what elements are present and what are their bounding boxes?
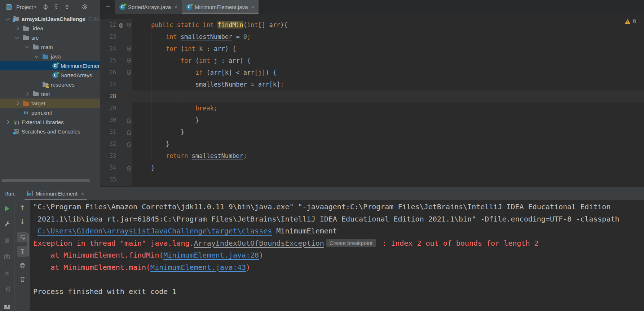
- chevron-down-icon[interactable]: [14, 37, 20, 39]
- code-text[interactable]: [132, 91, 136, 102]
- code-line-34[interactable]: 34 }: [100, 162, 644, 174]
- chevron-down-icon[interactable]: [34, 56, 40, 57]
- code-text[interactable]: int smallestNumber = 0;: [132, 31, 251, 43]
- gutter[interactable]: 25: [100, 55, 132, 67]
- gutter[interactable]: 24: [100, 43, 132, 55]
- gutter[interactable]: 28: [100, 91, 132, 102]
- code-line-23[interactable]: 23 int smallestNumber = 0;: [100, 31, 644, 43]
- down-button[interactable]: ↓: [17, 216, 28, 227]
- project-panel-title[interactable]: Project: [16, 4, 33, 10]
- locate-icon[interactable]: [41, 3, 50, 11]
- code-text[interactable]: return smallestNumber;: [132, 150, 247, 162]
- code-line-32[interactable]: 32 }: [100, 138, 644, 150]
- scrolltoend-button[interactable]: [17, 246, 28, 257]
- code-line-31[interactable]: 31 }: [100, 126, 644, 138]
- code-line-28[interactable]: 28: [100, 91, 644, 102]
- build-button[interactable]: [2, 219, 13, 229]
- gutter[interactable]: 27: [100, 79, 132, 91]
- code-text[interactable]: for (int k : arr) {: [132, 43, 236, 55]
- tree-item-pom-xml[interactable]: mpom.xml: [0, 108, 100, 117]
- chevron-right-icon[interactable]: [5, 121, 10, 123]
- tree-item-main[interactable]: main: [0, 42, 100, 52]
- tree-item-arrayslistjavachallenge[interactable]: arraysListJavaChallengeC:\Us: [0, 14, 100, 23]
- gutter[interactable]: 33: [100, 150, 132, 162]
- rerun-button[interactable]: [2, 203, 13, 214]
- screenshot-button[interactable]: [2, 251, 13, 262]
- editor-tab-sortedarrays-java[interactable]: CSortedArrays.java×: [115, 0, 182, 14]
- hide-panel-icon[interactable]: [104, 3, 113, 11]
- close-icon[interactable]: ×: [81, 190, 84, 197]
- code-text[interactable]: break;: [132, 102, 217, 114]
- tree-item-idea[interactable]: .idea: [0, 23, 100, 33]
- layout-button[interactable]: [2, 302, 13, 311]
- code-line-35[interactable]: 35: [100, 174, 644, 186]
- print-button[interactable]: [17, 260, 28, 271]
- gutter[interactable]: 22@: [100, 19, 132, 31]
- tree-item-resources[interactable]: resources: [0, 80, 100, 89]
- gutter[interactable]: 30: [100, 114, 132, 126]
- clear-button[interactable]: [17, 274, 28, 284]
- code-line-30[interactable]: 30 }: [100, 114, 644, 126]
- chevron-down-icon[interactable]: [5, 18, 10, 20]
- code-text[interactable]: }: [132, 114, 199, 126]
- code-text[interactable]: }: [132, 126, 184, 138]
- code-text[interactable]: public static int findMin(int[] arr){: [132, 19, 288, 31]
- console-fold-strip[interactable]: [27, 234, 29, 256]
- stop-button[interactable]: [2, 236, 13, 246]
- chevron-right-icon[interactable]: [14, 27, 20, 30]
- code-text[interactable]: }: [132, 162, 155, 174]
- gutter[interactable]: 31: [100, 126, 132, 138]
- code-text[interactable]: for (int j : arr) {: [132, 55, 251, 67]
- up-button[interactable]: ↑: [17, 203, 28, 213]
- code-text[interactable]: }: [132, 138, 169, 150]
- tree-item-target[interactable]: target: [0, 98, 100, 108]
- code-text[interactable]: if (arr[k] < arr[j]) {: [132, 67, 277, 79]
- gutter[interactable]: 29: [100, 102, 132, 114]
- exception-class-link[interactable]: ArrayIndexOutOfBoundsException: [194, 239, 324, 248]
- expand-all-icon[interactable]: [52, 3, 61, 11]
- close-icon[interactable]: ×: [251, 4, 255, 10]
- tree-item-test[interactable]: test: [0, 89, 100, 98]
- collapse-all-icon[interactable]: [63, 3, 71, 11]
- code-text[interactable]: smallestNumber = arr[k];: [132, 79, 284, 91]
- chevron-down-icon[interactable]: ▾: [34, 5, 36, 9]
- chevron-right-icon[interactable]: [24, 92, 30, 95]
- exit-button[interactable]: [2, 284, 13, 294]
- horizontal-scrollbar[interactable]: [1, 179, 90, 182]
- gutter[interactable]: 23: [100, 31, 132, 43]
- code-text[interactable]: [132, 174, 136, 186]
- editor-tab-minimumelement-java[interactable]: CMinimumElement.java×: [182, 0, 259, 14]
- inspections-widget[interactable]: 6: [625, 18, 636, 25]
- console-link[interactable]: MinimumElement.java:43: [150, 263, 246, 272]
- gutter[interactable]: 26: [100, 67, 132, 79]
- dump-threads-button[interactable]: [2, 268, 13, 278]
- code-line-27[interactable]: 27 smallestNumber = arr[k];: [100, 79, 644, 91]
- code-line-33[interactable]: 33 return smallestNumber;: [100, 150, 644, 162]
- tree-item-src[interactable]: src: [0, 33, 100, 42]
- code-line-25[interactable]: 25 for (int j : arr) {: [100, 55, 644, 67]
- code-line-22[interactable]: 22@ public static int findMin(int[] arr)…: [100, 19, 644, 31]
- settings-icon[interactable]: [80, 3, 89, 11]
- java-class-icon: C: [52, 63, 58, 69]
- code-line-26[interactable]: 26 if (arr[k] < arr[j]) {: [100, 67, 644, 79]
- run-tab[interactable]: MinimumElement ×: [25, 187, 87, 200]
- console-output[interactable]: "C:\Program Files\Amazon Corretto\jdk11.…: [30, 200, 644, 311]
- gutter[interactable]: 35: [100, 174, 132, 186]
- tree-item-external-libraries[interactable]: External Libraries: [0, 117, 100, 127]
- code-line-24[interactable]: 24 for (int k : arr) {: [100, 43, 644, 55]
- editor-body[interactable]: 22@ public static int findMin(int[] arr)…: [100, 14, 644, 187]
- create-breakpoint-badge[interactable]: Create breakpoint: [326, 239, 376, 247]
- console-link[interactable]: MinimumElement.java:28: [163, 251, 259, 259]
- tree-item-java[interactable]: java: [0, 52, 100, 61]
- code-line-29[interactable]: 29 break;: [100, 102, 644, 114]
- tree-item-scratches-and-consoles[interactable]: Scratches and Consoles: [0, 127, 100, 136]
- gutter[interactable]: 34: [100, 162, 132, 174]
- gutter[interactable]: 32: [100, 138, 132, 150]
- console-link[interactable]: C:\Users\Gideon\arraysListJavaChallenge\…: [38, 227, 272, 235]
- chevron-right-icon[interactable]: [14, 102, 20, 105]
- chevron-down-icon[interactable]: [24, 46, 30, 48]
- softwrap-button[interactable]: [17, 232, 28, 242]
- tree-item-sortedarrays[interactable]: CSortedArrays: [0, 70, 100, 80]
- close-icon[interactable]: ×: [174, 4, 177, 10]
- tree-item-minimumelement[interactable]: CMinimumElement: [0, 61, 100, 70]
